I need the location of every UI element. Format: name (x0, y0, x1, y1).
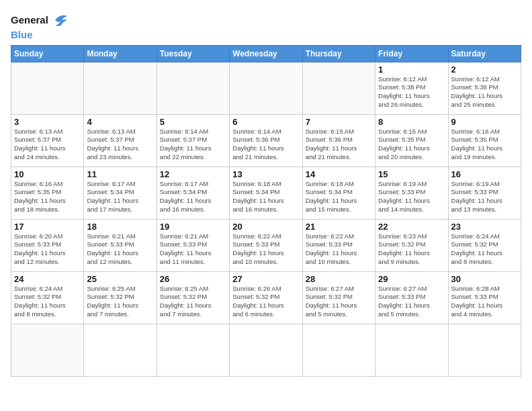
day-info: Sunrise: 6:15 AM Sunset: 5:35 PM Dayligh… (378, 128, 430, 161)
day-info: Sunrise: 6:21 AM Sunset: 5:33 PM Dayligh… (87, 232, 138, 265)
calendar-week-row: 3Sunrise: 6:13 AM Sunset: 5:37 PM Daylig… (11, 114, 521, 167)
day-info: Sunrise: 6:23 AM Sunset: 5:32 PM Dayligh… (378, 232, 430, 265)
day-info: Sunrise: 6:14 AM Sunset: 5:37 PM Dayligh… (160, 128, 212, 161)
calendar-cell: 9Sunrise: 6:16 AM Sunset: 5:35 PM Daylig… (448, 114, 521, 167)
calendar-table: SundayMondayTuesdayWednesdayThursdayFrid… (11, 45, 521, 377)
calendar-cell: 5Sunrise: 6:14 AM Sunset: 5:37 PM Daylig… (157, 114, 229, 167)
calendar-cell (302, 324, 375, 376)
calendar-week-row: 10Sunrise: 6:16 AM Sunset: 5:35 PM Dayli… (11, 167, 521, 219)
calendar-cell: 10Sunrise: 6:16 AM Sunset: 5:35 PM Dayli… (11, 167, 84, 219)
calendar-cell: 3Sunrise: 6:13 AM Sunset: 5:37 PM Daylig… (11, 114, 84, 167)
day-info: Sunrise: 6:27 AM Sunset: 5:33 PM Dayligh… (378, 285, 430, 318)
logo-bird-icon (51, 11, 70, 30)
calendar-week-row: 24Sunrise: 6:24 AM Sunset: 5:32 PM Dayli… (11, 271, 521, 324)
day-info: Sunrise: 6:19 AM Sunset: 5:33 PM Dayligh… (451, 180, 503, 213)
calendar-cell: 14Sunrise: 6:18 AM Sunset: 5:34 PM Dayli… (302, 167, 375, 219)
calendar-cell (375, 324, 448, 376)
day-info: Sunrise: 6:24 AM Sunset: 5:32 PM Dayligh… (14, 285, 66, 318)
calendar-cell: 8Sunrise: 6:15 AM Sunset: 5:35 PM Daylig… (375, 114, 448, 167)
page-container: General Blue SundayMondayTuesdayWednesda… (0, 0, 532, 383)
day-info: Sunrise: 6:12 AM Sunset: 5:38 PM Dayligh… (451, 75, 503, 108)
day-number: 11 (87, 169, 153, 179)
day-info: Sunrise: 6:25 AM Sunset: 5:32 PM Dayligh… (87, 285, 138, 318)
calendar-cell: 29Sunrise: 6:27 AM Sunset: 5:33 PM Dayli… (375, 271, 448, 324)
day-number: 9 (451, 117, 518, 127)
weekday-sunday: Sunday (11, 45, 84, 62)
calendar-cell: 17Sunrise: 6:20 AM Sunset: 5:33 PM Dayli… (11, 219, 84, 271)
calendar-cell: 22Sunrise: 6:23 AM Sunset: 5:32 PM Dayli… (375, 219, 448, 271)
day-number: 25 (87, 274, 153, 284)
calendar-cell: 23Sunrise: 6:24 AM Sunset: 5:32 PM Dayli… (448, 219, 521, 271)
day-info: Sunrise: 6:20 AM Sunset: 5:33 PM Dayligh… (14, 232, 66, 265)
calendar-cell: 27Sunrise: 6:26 AM Sunset: 5:32 PM Dayli… (230, 271, 302, 324)
day-number: 7 (306, 117, 372, 127)
calendar-cell: 11Sunrise: 6:17 AM Sunset: 5:34 PM Dayli… (84, 167, 157, 219)
header: General Blue (11, 8, 521, 41)
day-number: 24 (14, 274, 81, 284)
calendar-cell (11, 324, 84, 376)
day-number: 12 (160, 169, 226, 179)
calendar-week-row: 1Sunrise: 6:12 AM Sunset: 5:38 PM Daylig… (11, 62, 521, 114)
day-number: 23 (451, 222, 518, 232)
weekday-friday: Friday (375, 45, 448, 62)
day-info: Sunrise: 6:17 AM Sunset: 5:34 PM Dayligh… (160, 180, 212, 213)
day-number: 1 (378, 64, 445, 75)
day-info: Sunrise: 6:21 AM Sunset: 5:33 PM Dayligh… (160, 232, 212, 265)
calendar-cell: 13Sunrise: 6:18 AM Sunset: 5:34 PM Dayli… (230, 167, 302, 219)
day-info: Sunrise: 6:25 AM Sunset: 5:32 PM Dayligh… (160, 285, 212, 318)
calendar-week-row (11, 324, 521, 376)
day-info: Sunrise: 6:14 AM Sunset: 5:36 PM Dayligh… (232, 128, 284, 161)
calendar-cell: 25Sunrise: 6:25 AM Sunset: 5:32 PM Dayli… (84, 271, 157, 324)
day-info: Sunrise: 6:22 AM Sunset: 5:33 PM Dayligh… (306, 232, 357, 265)
day-info: Sunrise: 6:28 AM Sunset: 5:33 PM Dayligh… (451, 285, 503, 318)
day-number: 15 (378, 169, 445, 179)
day-number: 13 (232, 169, 299, 179)
day-info: Sunrise: 6:18 AM Sunset: 5:34 PM Dayligh… (232, 180, 284, 213)
logo-text-blue: Blue (11, 30, 70, 41)
calendar-cell: 4Sunrise: 6:13 AM Sunset: 5:37 PM Daylig… (84, 114, 157, 167)
calendar-cell: 19Sunrise: 6:21 AM Sunset: 5:33 PM Dayli… (157, 219, 229, 271)
day-number: 8 (378, 117, 445, 127)
calendar-cell (230, 62, 302, 114)
weekday-saturday: Saturday (448, 45, 521, 62)
calendar-cell (157, 324, 229, 376)
calendar-cell (84, 324, 157, 376)
calendar-cell: 15Sunrise: 6:19 AM Sunset: 5:33 PM Dayli… (375, 167, 448, 219)
day-info: Sunrise: 6:27 AM Sunset: 5:32 PM Dayligh… (306, 285, 357, 318)
day-number: 27 (232, 274, 299, 284)
day-number: 2 (451, 64, 518, 75)
calendar-cell: 20Sunrise: 6:22 AM Sunset: 5:33 PM Dayli… (230, 219, 302, 271)
day-number: 16 (451, 169, 518, 179)
day-number: 28 (306, 274, 372, 284)
day-info: Sunrise: 6:12 AM Sunset: 5:38 PM Dayligh… (378, 75, 430, 108)
day-number: 5 (160, 117, 226, 127)
logo-text-general: General (11, 15, 48, 26)
day-info: Sunrise: 6:17 AM Sunset: 5:34 PM Dayligh… (87, 180, 138, 213)
calendar-cell (230, 324, 302, 376)
day-info: Sunrise: 6:24 AM Sunset: 5:32 PM Dayligh… (451, 232, 503, 265)
calendar-cell (84, 62, 157, 114)
weekday-monday: Monday (84, 45, 157, 62)
day-number: 14 (306, 169, 372, 179)
weekday-wednesday: Wednesday (230, 45, 302, 62)
weekday-tuesday: Tuesday (157, 45, 229, 62)
calendar-cell: 30Sunrise: 6:28 AM Sunset: 5:33 PM Dayli… (448, 271, 521, 324)
day-info: Sunrise: 6:16 AM Sunset: 5:35 PM Dayligh… (451, 128, 503, 161)
day-number: 17 (14, 222, 81, 232)
calendar-cell (448, 324, 521, 376)
day-number: 22 (378, 222, 445, 232)
calendar-cell: 18Sunrise: 6:21 AM Sunset: 5:33 PM Dayli… (84, 219, 157, 271)
calendar-cell (157, 62, 229, 114)
weekday-header-row: SundayMondayTuesdayWednesdayThursdayFrid… (11, 45, 521, 62)
weekday-thursday: Thursday (302, 45, 375, 62)
calendar-cell: 6Sunrise: 6:14 AM Sunset: 5:36 PM Daylig… (230, 114, 302, 167)
calendar-cell: 1Sunrise: 6:12 AM Sunset: 5:38 PM Daylig… (375, 62, 448, 114)
day-number: 26 (160, 274, 226, 284)
day-number: 20 (232, 222, 299, 232)
logo: General Blue (11, 11, 70, 41)
calendar-cell: 2Sunrise: 6:12 AM Sunset: 5:38 PM Daylig… (448, 62, 521, 114)
day-info: Sunrise: 6:26 AM Sunset: 5:32 PM Dayligh… (232, 285, 284, 318)
day-number: 30 (451, 274, 518, 284)
day-info: Sunrise: 6:13 AM Sunset: 5:37 PM Dayligh… (14, 128, 66, 161)
day-number: 21 (306, 222, 372, 232)
